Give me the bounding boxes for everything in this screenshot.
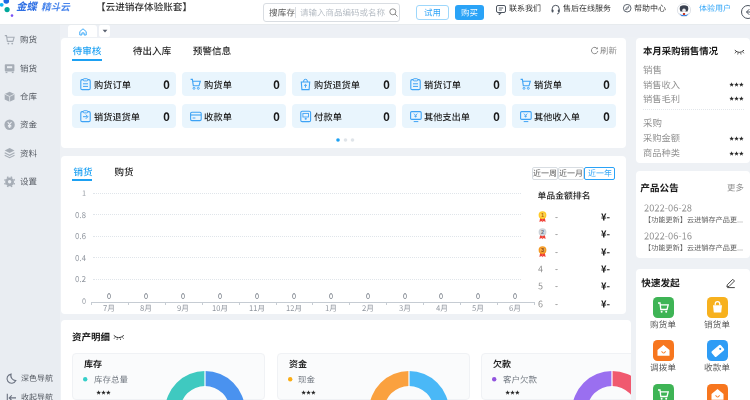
svg-text:3: 3 <box>540 247 543 253</box>
svg-text:1: 1 <box>540 212 543 218</box>
svg-text:2: 2 <box>540 229 543 235</box>
